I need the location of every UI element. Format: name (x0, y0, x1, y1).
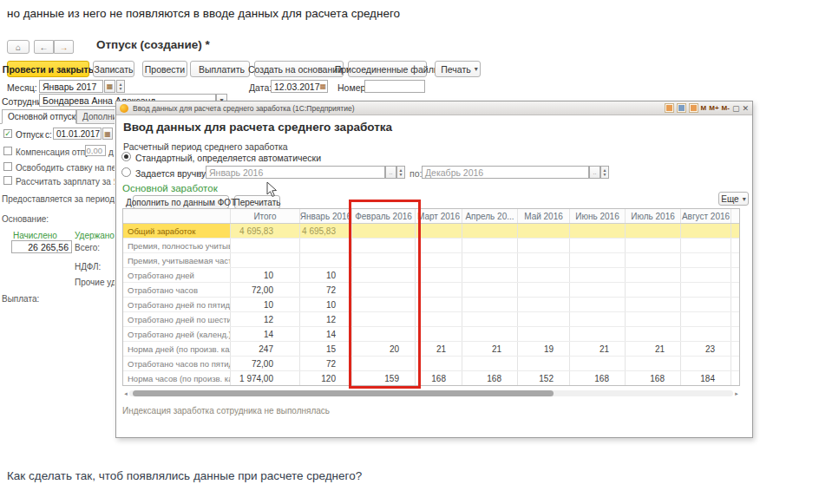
table-cell[interactable]: 21 (570, 342, 626, 356)
fill-from-fot-button[interactable]: Дополнить по данным ФОТ (133, 195, 229, 209)
compensation-days-input[interactable]: 0,00 (85, 145, 106, 156)
table-cell[interactable] (681, 312, 731, 326)
table-cell[interactable] (416, 357, 462, 370)
row-label[interactable]: Отработано дней по пятидне... (123, 298, 231, 311)
table-cell[interactable] (518, 224, 570, 238)
table-cell[interactable] (462, 327, 518, 341)
table-cell[interactable] (518, 312, 570, 326)
pay-button[interactable]: Выплатить (190, 61, 250, 77)
manual-to-pick-button[interactable]: .. (589, 166, 600, 179)
table-cell[interactable] (416, 268, 462, 282)
table-cell[interactable] (731, 371, 740, 385)
table-cell[interactable]: 168 (416, 371, 462, 385)
table-cell[interactable] (681, 253, 731, 267)
table-cell[interactable]: 184 (681, 371, 731, 385)
table-cell[interactable] (731, 239, 740, 252)
table-cell[interactable] (231, 253, 300, 267)
table-cell[interactable] (570, 312, 626, 326)
table-cell[interactable]: 12 (300, 312, 352, 326)
column-header[interactable]: Август 2016 (681, 209, 731, 223)
vacation-from-calendar-button[interactable]: ▦ (102, 128, 113, 140)
table-cell[interactable] (731, 224, 740, 238)
table-cell[interactable] (681, 268, 731, 282)
accrued-input[interactable]: 26 265,56 (11, 240, 72, 253)
table-cell[interactable] (681, 327, 731, 341)
table-cell[interactable]: 10 (231, 268, 300, 282)
month-picker-button[interactable]: ▦ (104, 80, 115, 93)
row-label[interactable]: Отработано дней (123, 268, 231, 282)
more-button[interactable]: Еще ▾ (718, 192, 749, 206)
table-cell[interactable] (731, 253, 740, 267)
table-cell[interactable]: 19 (518, 342, 570, 356)
scrollbar-thumb[interactable] (133, 390, 554, 396)
table-cell[interactable] (416, 327, 462, 341)
table-cell[interactable] (731, 283, 740, 297)
table-cell[interactable]: 21 (462, 342, 518, 356)
table-cell[interactable] (681, 283, 731, 297)
font-scale-normal-button[interactable]: M (701, 104, 707, 112)
font-scale-minus-button[interactable]: M- (722, 104, 730, 112)
post-button[interactable]: Провести (142, 61, 187, 77)
radio-manual-period[interactable] (121, 167, 131, 177)
table-cell[interactable] (570, 283, 626, 297)
month-input[interactable]: Январь 2017 (39, 80, 103, 93)
table-cell[interactable] (626, 253, 681, 267)
table-cell[interactable]: 168 (462, 371, 518, 385)
table-cell[interactable] (462, 224, 518, 238)
column-header[interactable]: Июль 2016 (626, 209, 681, 223)
submit-and-close-button[interactable]: Провести и закрыть (7, 61, 89, 77)
column-header[interactable]: Итого (231, 209, 300, 223)
table-cell[interactable] (570, 298, 626, 311)
table-cell[interactable]: 1 974,00 (231, 371, 300, 385)
table-cell[interactable]: 72,00 (231, 283, 300, 297)
manual-from-spinner[interactable]: ▲▼ (396, 166, 405, 179)
radio-standard-period[interactable] (121, 152, 131, 161)
compensation-checkbox[interactable] (3, 147, 12, 155)
vacation-from-input[interactable]: 01.01.2017 (53, 128, 102, 140)
table-cell[interactable] (570, 357, 626, 370)
column-header[interactable]: Май 2016 (518, 209, 570, 223)
table-cell[interactable]: 10 (300, 268, 352, 282)
table-cell[interactable] (462, 357, 518, 370)
table-cell[interactable] (570, 239, 626, 252)
table-cell[interactable]: 14 (300, 327, 352, 341)
table-cell[interactable]: 4 695,83 (231, 224, 300, 238)
scroll-left-icon[interactable]: ◂ (122, 390, 129, 397)
table-cell[interactable] (518, 253, 570, 267)
table-cell[interactable]: 15 (300, 342, 352, 356)
table-cell[interactable]: 10 (231, 298, 300, 311)
table-cell[interactable] (626, 224, 681, 238)
table-cell[interactable] (570, 268, 626, 282)
print-button[interactable]: Печать ▾ (435, 61, 481, 77)
service-icon-2[interactable] (677, 103, 686, 113)
create-based-on-button[interactable]: Создать на основании ▾ (254, 61, 344, 77)
table-cell[interactable]: 21 (416, 342, 462, 356)
column-header[interactable]: Июнь 2016 (570, 209, 626, 223)
close-icon[interactable]: ✕ (742, 104, 749, 113)
service-icon-1[interactable] (665, 103, 674, 113)
table-cell[interactable] (570, 224, 626, 238)
table-cell[interactable] (681, 357, 731, 370)
column-header[interactable]: Сен (731, 209, 740, 223)
row-label[interactable]: Общий заработок (123, 224, 231, 238)
table-cell[interactable]: 120 (300, 371, 352, 385)
table-cell[interactable] (300, 239, 352, 252)
table-cell[interactable]: 10 (300, 298, 352, 311)
table-cell[interactable] (518, 298, 570, 311)
table-cell[interactable] (462, 253, 518, 267)
column-header[interactable]: Апрель 20... (462, 209, 518, 223)
table-cell[interactable] (626, 312, 681, 326)
table-cell[interactable]: 152 (518, 371, 570, 385)
table-cell[interactable]: 4 695,83 (300, 224, 352, 238)
home-button[interactable]: ⌂ (7, 40, 29, 54)
table-cell[interactable] (626, 298, 681, 311)
table-cell[interactable] (416, 224, 462, 238)
row-label[interactable]: Отработано дней (календ.) (123, 327, 231, 341)
table-cell[interactable] (570, 253, 626, 267)
table-cell[interactable] (416, 298, 462, 311)
table-cell[interactable]: 72 (300, 283, 352, 297)
row-label[interactable]: Отработано часов (123, 283, 231, 297)
calc-salary-checkbox[interactable] (3, 176, 12, 185)
scrollbar-track[interactable] (129, 390, 733, 396)
back-button[interactable]: ← (34, 40, 54, 54)
